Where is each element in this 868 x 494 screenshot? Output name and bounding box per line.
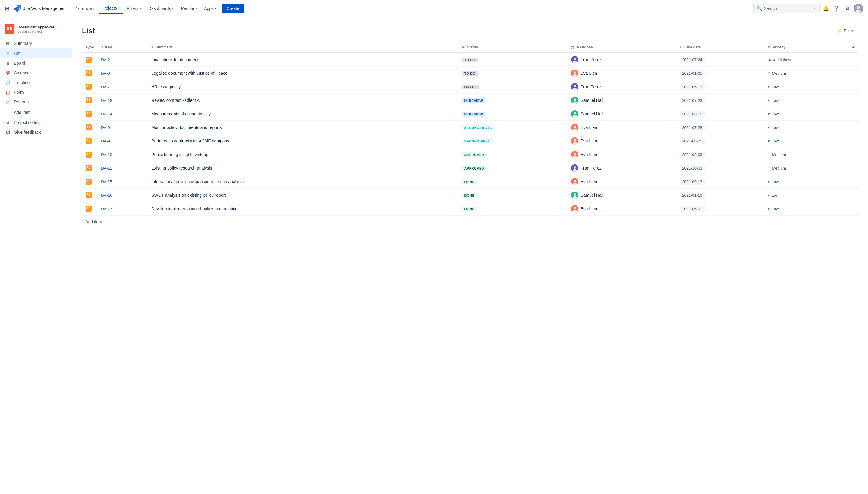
add-item-row[interactable]: + Add item [82,216,858,224]
cell-summary[interactable]: Review contract - Client A [148,94,458,107]
table-row[interactable]: DA-9 Partnership contract with ACME comp… [82,134,858,148]
cell-summary[interactable]: International policy comparison research… [148,175,458,189]
cell-priority[interactable]: ≡ Medium [764,148,848,162]
col-priority[interactable]: ⊙Priority [764,42,848,53]
filters-button[interactable]: ⚡ Filters [834,26,858,35]
sidebar-item-project-settings[interactable]: ⚙ Project settings [0,118,72,128]
cell-priority[interactable]: ▾ Low [764,189,848,202]
cell-status[interactable]: DONE [458,175,567,189]
cell-status[interactable]: DONE [458,189,567,202]
cell-status[interactable]: APPROVED [458,162,567,175]
cell-key[interactable]: DA-9 [97,134,148,148]
sidebar-item-form[interactable]: 📋 Form [0,87,72,97]
sidebar-item-add-item[interactable]: ＋ Add item [0,107,72,118]
col-add[interactable]: + [848,42,858,53]
col-key[interactable]: #Key [97,42,148,53]
cell-summary[interactable]: Public hearing insights writeup [148,148,458,162]
cell-priority[interactable]: ≡ Medium [764,162,848,175]
cell-assignee[interactable]: Eva Lien [568,134,676,148]
cell-assignee[interactable]: Fran Perez [568,53,676,66]
nav-dashboards[interactable]: Dashboards ▾ [145,4,177,13]
nav-apps[interactable]: Apps ▾ [201,4,219,13]
nav-people[interactable]: People ▾ [178,4,200,13]
cell-key[interactable]: DA-8 [97,66,148,80]
cell-priority[interactable]: ▲▲ Highest [764,53,848,66]
search-bar[interactable]: 🔍 / [754,4,820,13]
cell-status[interactable]: SECOND REVI... [458,134,567,148]
table-row[interactable]: DA-2 Final check for documents TO DO Fra… [82,53,858,66]
cell-summary[interactable]: Legalise document with Justice of Peace [148,66,458,80]
settings-button[interactable]: ⚙ [843,4,852,13]
search-input[interactable] [764,6,811,11]
help-button[interactable]: ❓ [832,4,842,13]
sidebar-item-timeline[interactable]: 📊 Timeline [0,78,72,87]
table-row[interactable]: DA-15 International policy comparison re… [82,175,858,189]
nav-projects[interactable]: Projects ▾ [98,3,123,14]
cell-priority[interactable]: ▾ Low [764,80,848,94]
table-row[interactable]: DA-12 Review contract - Client A IN REVI… [82,94,858,107]
table-row[interactable]: DA-7 HR leave policy DRAFT Fran Perez 20… [82,80,858,94]
col-status[interactable]: ⊙Status [458,42,567,53]
cell-key[interactable]: DA-15 [97,175,148,189]
cell-key[interactable]: DA-16 [97,189,148,202]
cell-assignee[interactable]: Samuel Hall [568,189,676,202]
notifications-button[interactable]: 🔔 [821,4,831,13]
cell-priority[interactable]: ▾ Low [764,121,848,134]
cell-summary[interactable]: Final check for documents [148,53,458,66]
col-due-date[interactable]: 🏷Due date [676,42,764,53]
sidebar-item-reports[interactable]: 📈 Reports [0,97,72,107]
table-row[interactable]: DA-17 Develop implementation of policy a… [82,202,858,216]
cell-status[interactable]: TO DO [458,66,567,80]
cell-priority[interactable]: ▾ Low [764,107,848,121]
cell-key[interactable]: DA-11 [97,162,148,175]
cell-summary[interactable]: Partnership contract with ACME company [148,134,458,148]
grid-icon[interactable]: ⊞ [5,5,10,12]
cell-summary[interactable]: Develop implementation of policy and pra… [148,202,458,216]
sidebar-item-list[interactable]: ≡ List [0,48,72,58]
table-row[interactable]: DA-11 Existing policy research analysis … [82,162,858,175]
col-assignee[interactable]: @Assignee [568,42,676,53]
cell-priority[interactable]: ▾ Low [764,175,848,189]
table-row[interactable]: DA-14 Measurements of accountability IN … [82,107,858,121]
cell-priority[interactable]: ▾ Low [764,202,848,216]
create-button[interactable]: Create [222,4,244,13]
cell-priority[interactable]: ▾ Low [764,94,848,107]
col-summary[interactable]: ≡Summary [148,42,458,53]
cell-assignee[interactable]: Fran Perez [568,162,676,175]
table-row[interactable]: DA-10 Public hearing insights writeup AP… [82,148,858,162]
user-avatar[interactable] [853,4,863,13]
cell-key[interactable]: DA-9 [97,121,148,134]
table-row[interactable]: DA-9 Monitor policy documents and report… [82,121,858,134]
cell-key[interactable]: DA-2 [97,53,148,66]
sidebar-item-summary[interactable]: ▦ Summary [0,39,72,48]
cell-summary[interactable]: HR leave policy [148,80,458,94]
cell-status[interactable]: TO DO [458,53,567,66]
cell-summary[interactable]: Monitor policy documents and reports [148,121,458,134]
cell-assignee[interactable]: Eva Lien [568,202,676,216]
cell-assignee[interactable]: Eva Lien [568,66,676,80]
table-row[interactable]: DA-16 SWOT analysis on existing policy r… [82,189,858,202]
cell-status[interactable]: APPROVED [458,148,567,162]
nav-your-work[interactable]: Your work [73,4,97,13]
cell-key[interactable]: DA-14 [97,107,148,121]
nav-filters[interactable]: Filters ▾ [124,4,144,13]
col-type[interactable]: Type [82,42,97,53]
cell-summary[interactable]: Measurements of accountability [148,107,458,121]
cell-status[interactable]: IN REVIEW [458,94,567,107]
cell-status[interactable]: SECOND REVI... [458,121,567,134]
cell-assignee[interactable]: Eva Lien [568,175,676,189]
cell-key[interactable]: DA-7 [97,80,148,94]
table-row[interactable]: DA-8 Legalise document with Justice of P… [82,66,858,80]
cell-summary[interactable]: SWOT analysis on existing policy report [148,189,458,202]
cell-status[interactable]: DONE [458,202,567,216]
cell-assignee[interactable]: Samuel Hall [568,94,676,107]
add-column-icon[interactable]: + [852,44,855,50]
cell-status[interactable]: IN REVIEW [458,107,567,121]
cell-key[interactable]: DA-10 [97,148,148,162]
cell-assignee[interactable]: Eva Lien [568,121,676,134]
cell-summary[interactable]: Existing policy research analysis [148,162,458,175]
sidebar-item-calendar[interactable]: 📅 Calendar [0,68,72,78]
cell-priority[interactable]: ▾ Low [764,134,848,148]
cell-key[interactable]: DA-12 [97,94,148,107]
cell-assignee[interactable]: Eva Lien [568,148,676,162]
